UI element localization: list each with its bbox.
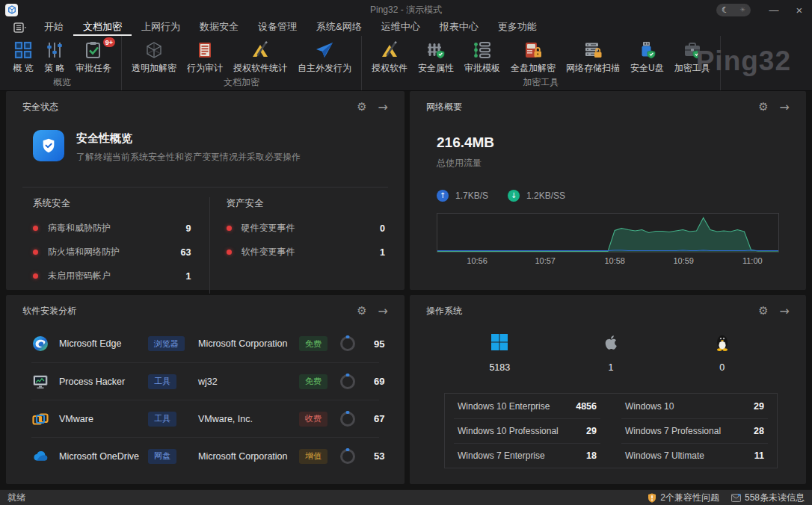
- ribbon-item-1-1[interactable]: 行为审计: [182, 38, 228, 76]
- metric-label: 病毒和威胁防护: [48, 222, 111, 235]
- gear-icon[interactable]: ⚙: [357, 102, 366, 113]
- dashboard: 安全状态 ⚙ → 安全性概览 了解终端当前系统安全性和资产变更情况并采取必要操作…: [0, 91, 812, 489]
- app-logo-icon: [5, 4, 18, 16]
- total-traffic-label: 总使用流量: [437, 157, 482, 170]
- envelope-icon: [731, 494, 741, 502]
- alert-dot-icon: [227, 250, 232, 255]
- metric-value: 9: [186, 223, 191, 234]
- metric-value: 63: [181, 247, 191, 258]
- os-version-label: Windows 7 Ultimate: [625, 450, 704, 461]
- total-traffic-value: 216.4MB: [437, 134, 494, 151]
- software-vendor: Microsoft Corporation: [198, 451, 291, 462]
- software-vendor: Microsoft Corporation: [198, 338, 291, 349]
- menu-item-3[interactable]: 数据安全: [190, 19, 248, 36]
- compatibility-issues[interactable]: 2个兼容性问题: [648, 492, 719, 504]
- menu-item-0[interactable]: 开始: [34, 19, 73, 36]
- ribbon-item-label: 授权软件: [372, 62, 407, 75]
- arrow-right-icon[interactable]: →: [378, 306, 388, 317]
- ribbon-item-2-5[interactable]: 安全U盘: [625, 38, 669, 76]
- minimize-button[interactable]: —: [761, 0, 787, 19]
- software-score: 95: [374, 338, 384, 350]
- ribbon-item-1-2[interactable]: 授权软件统计: [228, 38, 292, 76]
- ribbon-item-1-0[interactable]: 透明加解密: [126, 38, 182, 76]
- outgoing-plane-icon: [314, 40, 335, 61]
- ribbon-item-2-4[interactable]: 网络存储扫描: [561, 38, 625, 76]
- menu-item-6[interactable]: 运维中心: [372, 19, 430, 36]
- gear-icon[interactable]: ⚙: [758, 102, 768, 113]
- metric-label: 未启用密码帐户: [48, 270, 111, 282]
- policy-sliders-icon: [44, 40, 65, 61]
- divider: [22, 187, 388, 188]
- ribbon-item-label: 网络存储扫描: [566, 62, 620, 75]
- secure-usb-icon: [636, 40, 657, 61]
- transparent-crypt-cube-icon: [144, 40, 164, 61]
- gear-icon[interactable]: ⚙: [758, 306, 768, 317]
- ribbon-item-0-2[interactable]: 9+审批任务: [70, 38, 117, 76]
- software-list-item[interactable]: VMware工具VMware, Inc.收费67: [31, 400, 379, 437]
- ribbon-item-2-2[interactable]: 审批模板: [459, 38, 505, 76]
- behavior-audit-icon: [194, 40, 215, 61]
- os-version-label: Windows 7 Professional: [625, 426, 721, 436]
- menu-item-5[interactable]: 系统&网络: [307, 19, 372, 36]
- software-price-badge: 增值: [299, 449, 327, 464]
- security-metric-row: 未启用密码帐户1: [33, 270, 191, 282]
- panel-title: 安全状态: [22, 101, 58, 114]
- os-version-label: Windows 7 Enterprise: [458, 450, 545, 461]
- os-table-cell: Windows 7 Enterprise18: [454, 443, 600, 468]
- close-button[interactable]: ×: [787, 0, 812, 19]
- panel-title: 操作系统: [426, 305, 462, 317]
- ribbon-item-0-1[interactable]: 策 略: [39, 38, 70, 76]
- os-version-count: 11: [754, 450, 764, 461]
- menu-item-2[interactable]: 上网行为: [132, 19, 190, 36]
- download-arrow-icon: ↓: [508, 190, 520, 202]
- os-platform-linux: 0: [666, 331, 778, 373]
- menu-item-1[interactable]: 文档加密: [73, 19, 132, 36]
- arrow-right-icon[interactable]: →: [780, 306, 790, 317]
- os-version-table: Windows 10 Enterprise4856Windows 1029Win…: [444, 393, 778, 468]
- ribbon-item-0-0[interactable]: 概 览: [7, 38, 39, 76]
- moon-icon: ☾: [722, 6, 729, 14]
- ribbon-item-label: 自主外发行为: [298, 62, 351, 75]
- software-list-item[interactable]: Microsoft OneDrive网盘Microsoft Corporatio…: [31, 437, 379, 474]
- ribbon-item-label: 透明加解密: [132, 62, 176, 75]
- ribbon-group-label: 加密工具: [366, 76, 716, 90]
- arrow-right-icon[interactable]: →: [378, 102, 388, 114]
- menu-item-8[interactable]: 更多功能: [488, 19, 547, 36]
- app-menu-button[interactable]: [6, 19, 34, 36]
- unread-messages[interactable]: 558条未读信息: [731, 492, 805, 504]
- download-speed: ↓ 1.2KB/SS: [508, 190, 565, 202]
- ribbon-item-label: 授权软件统计: [233, 62, 287, 75]
- security-overview-title: 安全性概览: [76, 131, 301, 146]
- ribbon-item-2-3[interactable]: 全盘加解密: [505, 38, 561, 76]
- ribbon-item-2-0[interactable]: 授权软件: [366, 38, 413, 76]
- software-type-badge: 浏览器: [148, 336, 185, 351]
- menu-item-7[interactable]: 报表中心: [430, 19, 488, 36]
- ribbon-item-1-3[interactable]: 自主外发行为: [292, 38, 357, 76]
- x-axis-tick: 10:57: [535, 256, 556, 265]
- os-platform-count: 1: [609, 362, 614, 373]
- brand-watermark: Ping32: [696, 45, 791, 76]
- os-version-label: Windows 10 Enterprise: [458, 401, 550, 412]
- os-platform-windows: 5183: [444, 331, 556, 373]
- arrow-right-icon[interactable]: →: [780, 102, 790, 114]
- theme-toggle[interactable]: ☾ ☀: [716, 4, 751, 16]
- gear-icon[interactable]: ⚙: [357, 306, 366, 317]
- linux-icon: [713, 331, 732, 353]
- security-metric-row: 病毒和威胁防护9: [33, 222, 191, 235]
- shield-check-icon: [33, 130, 64, 161]
- ribbon-item-2-1[interactable]: 安全属性: [413, 38, 459, 76]
- software-price-badge: 收费: [299, 412, 327, 427]
- panel-security-status: 安全状态 ⚙ → 安全性概览 了解终端当前系统安全性和资产变更情况并采取必要操作…: [6, 91, 405, 290]
- software-list-item[interactable]: Microsoft Edge浏览器Microsoft Corporation免费…: [31, 325, 379, 362]
- network-chart: [437, 213, 779, 252]
- os-platform-count: 0: [719, 362, 725, 373]
- score-ring: [340, 412, 355, 427]
- software-name: Process Hacker: [59, 377, 140, 387]
- software-price-badge: 免费: [299, 374, 327, 389]
- software-list-item[interactable]: Process Hacker工具wj32免费69: [31, 362, 379, 400]
- software-score: 67: [374, 413, 384, 424]
- software-score: 69: [374, 376, 384, 387]
- menu-item-4[interactable]: 设备管理: [248, 19, 307, 36]
- ribbon-group-label: 概览: [7, 76, 117, 90]
- os-version-count: 18: [586, 450, 597, 461]
